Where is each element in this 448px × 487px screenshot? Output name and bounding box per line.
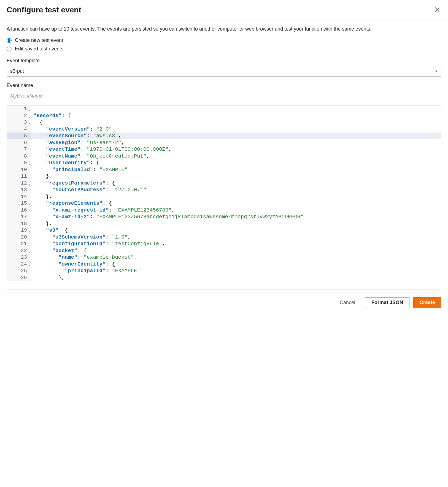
- code-line[interactable]: 14 },: [7, 193, 441, 200]
- event-name-input[interactable]: [7, 91, 441, 101]
- format-json-button[interactable]: Format JSON: [365, 297, 409, 308]
- cancel-button[interactable]: Cancel: [334, 297, 361, 308]
- chevron-down-icon: ▼: [434, 69, 438, 73]
- radio-label: Edit saved test events: [15, 46, 63, 52]
- code-line[interactable]: 13 "sourceIPAddress": "127.0.0.1": [7, 186, 441, 193]
- event-name-label: Event name: [7, 83, 441, 88]
- code-line[interactable]: 10 "principalId": "EXAMPLE": [7, 166, 441, 173]
- create-button[interactable]: Create: [413, 297, 441, 308]
- event-template-select[interactable]: s3-put ▼: [7, 66, 441, 77]
- code-line[interactable]: 3▾ {: [7, 119, 441, 126]
- code-line[interactable]: 5 "eventSource": "aws:s3",: [7, 132, 441, 139]
- code-line[interactable]: 15▾ "responseElements": {: [7, 200, 441, 207]
- code-line[interactable]: 19▾ "s3": {: [7, 227, 441, 234]
- event-template-label: Event template: [7, 58, 441, 64]
- code-line[interactable]: 21 "configurationId": "testConfigRule",: [7, 240, 441, 247]
- radio-icon: [7, 38, 12, 43]
- code-line[interactable]: 4 "eventVersion": "2.0",: [7, 126, 441, 133]
- code-line[interactable]: 6 "awsRegion": "us-east-2",: [7, 139, 441, 146]
- radio-label: Create new test event: [15, 37, 63, 43]
- code-line[interactable]: 25 "principalId": "EXAMPLE": [7, 267, 441, 274]
- json-editor[interactable]: 1▾2▾"Records": [3▾ {4 "eventVersion": "2…: [7, 105, 441, 290]
- close-button[interactable]: [433, 6, 441, 15]
- code-line[interactable]: 16 "x-amz-request-id": "EXAMPLE123456789…: [7, 207, 441, 214]
- code-line[interactable]: 26 },: [7, 274, 441, 281]
- intro-text: A function can have up to 10 test events…: [7, 25, 441, 33]
- code-line[interactable]: 7 "eventTime": "1970-01-01T00:00:00.000Z…: [7, 146, 441, 153]
- code-line[interactable]: 20 "s3SchemaVersion": "1.0",: [7, 234, 441, 241]
- code-line[interactable]: 9▾ "userIdentity": {: [7, 159, 441, 166]
- code-line[interactable]: 18 },: [7, 220, 441, 227]
- code-line[interactable]: 11 },: [7, 173, 441, 180]
- code-line[interactable]: 12▾ "requestParameters": {: [7, 180, 441, 187]
- code-line[interactable]: 17 "x-amz-id-2": "EXAMPLE123/5678abcdefg…: [7, 213, 441, 220]
- code-line[interactable]: 8 "eventName": "ObjectCreated:Put",: [7, 153, 441, 160]
- select-value: s3-put: [10, 68, 24, 74]
- code-line[interactable]: 1▾: [7, 105, 441, 112]
- radio-create-new[interactable]: Create new test event: [7, 37, 441, 43]
- code-line[interactable]: 2▾"Records": [: [7, 112, 441, 119]
- code-line[interactable]: 22▾ "bucket": {: [7, 247, 441, 254]
- code-line[interactable]: 24▾ "ownerIdentity": {: [7, 261, 441, 268]
- event-mode-radio-group: Create new test event Edit saved test ev…: [7, 37, 441, 52]
- close-icon: [434, 7, 440, 13]
- code-line[interactable]: 23 "name": "example-bucket",: [7, 254, 441, 261]
- modal-title: Configure test event: [7, 6, 81, 14]
- radio-icon: [7, 47, 12, 52]
- radio-edit-saved[interactable]: Edit saved test events: [7, 46, 441, 52]
